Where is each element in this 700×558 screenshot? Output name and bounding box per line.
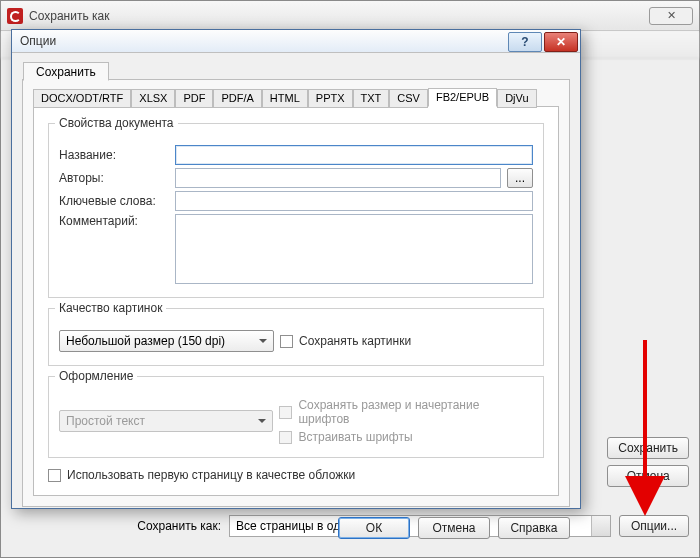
outer-tab-save[interactable]: Сохранить [23, 62, 109, 81]
outer-tabpanel: Сохранить DOCX/ODT/RTF XLSX PDF PDF/A HT… [22, 79, 570, 507]
checkbox-first-page-cover-label: Использовать первую страницу в качестве … [67, 468, 355, 482]
label-comment: Комментарий: [59, 214, 169, 228]
combo-image-quality-value: Небольшой размер (150 dpi) [66, 334, 225, 348]
tab-csv[interactable]: CSV [389, 89, 428, 108]
legend-image-quality: Качество картинок [55, 301, 166, 315]
tab-txt[interactable]: TXT [353, 89, 390, 108]
ok-button[interactable]: ОК [338, 517, 410, 539]
checkbox-keep-fonts: Сохранять размер и начертание шрифтов [279, 398, 533, 426]
dialog-help-button[interactable]: ? [508, 32, 542, 52]
tab-pdf[interactable]: PDF [175, 89, 213, 108]
legend-doc-properties: Свойства документа [55, 116, 178, 130]
label-name: Название: [59, 148, 169, 162]
group-image-quality: Качество картинок Небольшой размер (150 … [48, 308, 544, 366]
combo-image-quality[interactable]: Небольшой размер (150 dpi) [59, 330, 274, 352]
checkbox-box-icon [279, 431, 292, 444]
legend-layout: Оформление [55, 369, 137, 383]
help-button[interactable]: Справка [498, 517, 570, 539]
tab-fb2-epub[interactable]: FB2/EPUB [428, 88, 497, 107]
app-icon [7, 8, 23, 24]
dialog-button-row: ОК Отмена Справка [22, 507, 570, 539]
dialog-close-button[interactable]: ✕ [544, 32, 578, 52]
cancel-dialog-button[interactable]: Отмена [418, 517, 490, 539]
authors-browse-button[interactable]: ... [507, 168, 533, 188]
tab-pdfa[interactable]: PDF/A [213, 89, 261, 108]
save-as-titlebar: Сохранить как ✕ [1, 1, 699, 31]
group-doc-properties: Свойства документа Название: Авторы: ...… [48, 123, 544, 298]
label-keywords: Ключевые слова: [59, 194, 169, 208]
input-keywords[interactable] [175, 191, 533, 211]
checkbox-embed-fonts: Встраивать шрифты [279, 430, 533, 444]
checkbox-box-icon [279, 406, 292, 419]
tab-djvu[interactable]: DjVu [497, 89, 536, 108]
checkbox-save-pictures-label: Сохранять картинки [299, 334, 411, 348]
input-comment[interactable] [175, 214, 533, 284]
tab-html[interactable]: HTML [262, 89, 308, 108]
tab-pptx[interactable]: PPTX [308, 89, 353, 108]
group-layout: Оформление Простой текст Сохранять разме… [48, 376, 544, 458]
label-authors: Авторы: [59, 171, 169, 185]
checkbox-save-pictures[interactable]: Сохранять картинки [280, 334, 411, 348]
checkbox-embed-fonts-label: Встраивать шрифты [298, 430, 412, 444]
tab-xlsx[interactable]: XLSX [131, 89, 175, 108]
tab-docx[interactable]: DOCX/ODT/RTF [33, 89, 131, 108]
options-title: Опции [20, 34, 56, 48]
save-button[interactable]: Сохранить [607, 437, 689, 459]
format-tabs: DOCX/ODT/RTF XLSX PDF PDF/A HTML PPTX TX… [33, 88, 559, 107]
input-authors[interactable] [175, 168, 501, 188]
options-dialog: Опции ? ✕ Сохранить DOCX/ODT/RTF XLSX PD… [11, 29, 581, 509]
checkbox-keep-fonts-label: Сохранять размер и начертание шрифтов [298, 398, 533, 426]
checkbox-box-icon [48, 469, 61, 482]
input-name[interactable] [175, 145, 533, 165]
checkbox-first-page-cover[interactable]: Использовать первую страницу в качестве … [48, 468, 355, 482]
format-panel: Свойства документа Название: Авторы: ...… [33, 106, 559, 496]
combo-layout[interactable]: Простой текст [59, 410, 273, 432]
save-as-title: Сохранить как [29, 9, 109, 23]
options-titlebar: Опции ? ✕ [12, 30, 580, 53]
checkbox-box-icon [280, 335, 293, 348]
combo-layout-value: Простой текст [66, 414, 145, 428]
window-close-button[interactable]: ✕ [649, 7, 693, 25]
options-button[interactable]: Опции... [619, 515, 689, 537]
